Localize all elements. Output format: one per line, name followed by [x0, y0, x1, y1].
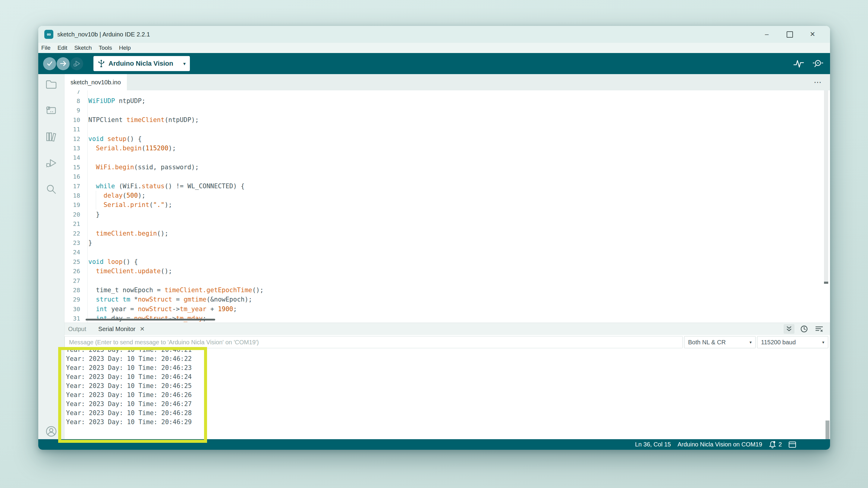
line-number: 19 — [64, 201, 80, 208]
code-line[interactable]: 26 timeClient.update(); — [64, 266, 830, 275]
tab-sketch-file[interactable]: sketch_nov10b.ino — [64, 74, 127, 90]
editor-column: sketch_nov10b.ino ⋯ 78WiFiUDP ntpUDP;910… — [64, 74, 830, 439]
verify-button[interactable] — [43, 57, 56, 70]
gutter-divider — [87, 90, 88, 323]
serial-output-line: Year: 2023 Day: 10 Time: 20:46:21 — [66, 350, 830, 354]
menu-item-tools[interactable]: Tools — [98, 44, 112, 51]
code-line[interactable]: 28 time_t nowEpoch = timeClient.getEpoch… — [64, 285, 830, 295]
panel-layout-icon — [788, 441, 796, 448]
line-number: 13 — [64, 144, 80, 152]
line-number: 30 — [64, 305, 80, 313]
serial-scrollbar[interactable] — [826, 421, 830, 439]
maximize-button[interactable] — [778, 26, 801, 43]
serial-output-line: Year: 2023 Day: 10 Time: 20:46:26 — [66, 390, 830, 399]
autoscroll-toggle[interactable] — [784, 324, 795, 334]
code-line[interactable]: 29 struct tm *nowStruct = gmtime(&nowEpo… — [64, 295, 830, 304]
code-line[interactable]: 16 — [64, 172, 830, 181]
line-number: 21 — [64, 220, 80, 227]
menu-item-edit[interactable]: Edit — [58, 44, 67, 51]
line-ending-dropdown[interactable]: Both NL & CR ▾ — [684, 336, 755, 348]
code-text: delay(500); — [88, 192, 146, 199]
sidebar-item-library-manager[interactable] — [45, 131, 57, 143]
code-text: } — [88, 211, 100, 218]
search-icon — [46, 184, 57, 195]
code-line[interactable]: 24 — [64, 248, 830, 257]
minimize-button[interactable]: – — [755, 26, 778, 43]
close-button[interactable]: ✕ — [801, 26, 824, 43]
vertical-scrollbar[interactable] — [824, 90, 828, 283]
bug-play-icon — [45, 158, 57, 168]
menu-bar: FileEditSketchToolsHelp — [38, 43, 830, 53]
code-line[interactable]: 15 WiFi.begin(ssid, password); — [64, 162, 830, 172]
sidebar-item-search[interactable] — [45, 183, 57, 195]
code-line[interactable]: 27 — [64, 276, 830, 285]
code-line[interactable]: 22 timeClient.begin(); — [64, 229, 830, 238]
toggle-panel-button[interactable] — [788, 441, 796, 448]
board-selector[interactable]: Arduino Nicla Vision ▾ — [93, 56, 190, 71]
tab-serial-monitor[interactable]: Serial Monitor — [98, 326, 135, 332]
code-line[interactable]: 11 — [64, 125, 830, 134]
sidebar-item-sketchbook[interactable] — [45, 78, 57, 90]
window-title: sketch_nov10b | Arduino IDE 2.2.1 — [57, 31, 150, 38]
more-actions-icon[interactable]: ⋯ — [814, 78, 822, 87]
code-editor[interactable]: 78WiFiUDP ntpUDP;910NTPClient timeClient… — [64, 90, 830, 323]
code-text: timeClient.begin(); — [88, 230, 168, 237]
account-button[interactable] — [45, 425, 57, 437]
menu-item-sketch[interactable]: Sketch — [74, 44, 92, 51]
code-line[interactable]: 8WiFiUDP ntpUDP; — [64, 96, 830, 105]
clear-output-button[interactable] — [814, 324, 825, 334]
code-line[interactable]: 17 while (WiFi.status() != WL_CONNECTED)… — [64, 181, 830, 191]
code-line[interactable]: 10NTPClient timeClient(ntpUDP); — [64, 115, 830, 124]
code-line[interactable]: 19 Serial.print("."); — [64, 200, 830, 210]
line-number: 10 — [64, 116, 80, 124]
close-serial-tab-icon[interactable]: ✕ — [140, 325, 145, 332]
horizontal-scrollbar[interactable] — [86, 319, 215, 321]
serial-monitor-button[interactable] — [812, 58, 824, 69]
line-number: 26 — [64, 267, 80, 275]
baud-rate-dropdown[interactable]: 115200 baud ▾ — [757, 336, 828, 348]
line-number: 18 — [64, 192, 80, 199]
serial-plotter-button[interactable] — [793, 58, 804, 69]
code-line[interactable]: 21 — [64, 219, 830, 228]
timestamp-toggle[interactable] — [799, 324, 809, 334]
serial-output-line: Year: 2023 Day: 10 Time: 20:46:28 — [66, 409, 830, 418]
code-line[interactable]: 20 } — [64, 210, 830, 219]
sidebar-item-boards-manager[interactable] — [45, 104, 57, 117]
upload-button[interactable] — [57, 57, 70, 70]
code-line[interactable]: 13 Serial.begin(115200); — [64, 143, 830, 153]
account-icon — [45, 425, 57, 437]
menu-item-help[interactable]: Help — [119, 44, 131, 51]
board-port-status[interactable]: Arduino Nicla Vision on COM19 — [678, 441, 762, 448]
code-line[interactable]: 14 — [64, 153, 830, 162]
menu-item-file[interactable]: File — [41, 44, 51, 51]
line-number: 7 — [64, 90, 80, 95]
code-text: timeClient.update(); — [88, 267, 172, 275]
tab-label: sketch_nov10b.ino — [70, 79, 121, 86]
serial-message-input[interactable] — [64, 336, 683, 348]
sidebar-item-debug[interactable] — [45, 157, 57, 169]
code-line[interactable]: 30 int year = nowStruct->tm_year + 1900; — [64, 304, 830, 314]
code-line[interactable]: 18 delay(500); — [64, 191, 830, 200]
tab-output[interactable]: Output — [68, 326, 86, 332]
code-lines: 78WiFiUDP ntpUDP;910NTPClient timeClient… — [64, 90, 830, 323]
code-line[interactable]: 9 — [64, 106, 830, 115]
serial-output-line: Year: 2023 Day: 10 Time: 20:46:29 — [66, 418, 830, 427]
line-number: 27 — [64, 277, 80, 284]
code-line[interactable]: 25void loop() { — [64, 257, 830, 266]
code-line[interactable]: 31 int day = nowStruct->tm_mday; — [64, 314, 830, 323]
line-ending-value: Both NL & CR — [688, 339, 726, 346]
debug-button[interactable] — [70, 57, 83, 70]
code-line[interactable]: 7 — [64, 90, 830, 96]
serial-monitor-output[interactable]: Year: 2023 Day: 10 Time: 20:46:21Year: 2… — [64, 350, 830, 439]
chevron-down-icon: ▾ — [822, 340, 824, 345]
magnifier-dots-icon — [812, 59, 824, 68]
window-controls: – ✕ — [755, 26, 824, 43]
books-icon — [45, 132, 57, 142]
notifications[interactable]: 2 — [769, 441, 782, 449]
code-line[interactable]: 12void setup() { — [64, 134, 830, 143]
notification-count: 2 — [778, 441, 782, 448]
serial-output-line: Year: 2023 Day: 10 Time: 20:46:22 — [66, 354, 830, 363]
close-icon: ✕ — [810, 30, 815, 38]
code-text: WiFiUDP ntpUDP; — [88, 97, 146, 104]
code-line[interactable]: 23} — [64, 238, 830, 247]
